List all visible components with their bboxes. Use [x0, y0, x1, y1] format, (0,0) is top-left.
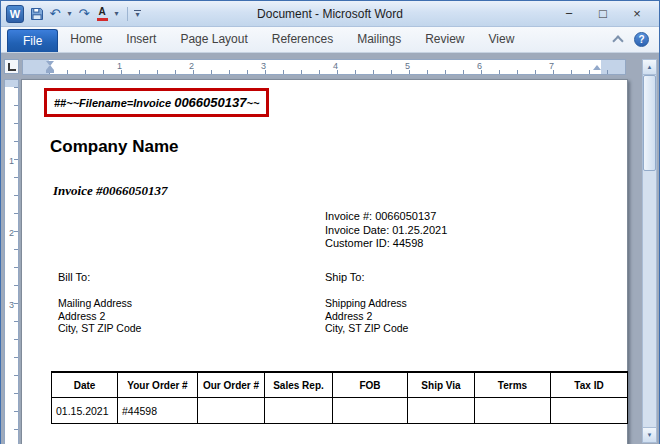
ship-to-address[interactable]: Shipping Address Address 2 City, ST ZIP … — [325, 297, 408, 335]
scrollbar-thumb[interactable] — [643, 75, 656, 171]
scroll-down-icon: ▼ — [647, 432, 653, 438]
cell-ship-via[interactable] — [408, 398, 475, 424]
left-indent-marker[interactable] — [46, 70, 54, 73]
tab-view[interactable]: View — [477, 27, 527, 52]
font-color-icon: A — [98, 7, 105, 17]
filename-number: 0066050137 — [174, 95, 246, 110]
save-icon — [30, 7, 44, 21]
ruler-number: 1 — [117, 61, 122, 71]
right-indent-marker[interactable] — [593, 65, 601, 70]
tab-stop-left-icon — [8, 63, 16, 71]
redo-icon: ↷ — [79, 6, 90, 21]
filename-suffix: ~~ — [246, 97, 259, 109]
ship-address-line: City, ST ZIP Code — [325, 322, 408, 335]
bill-to-label[interactable]: Bill To: — [58, 271, 90, 283]
undo-dropdown[interactable]: ▾ — [65, 5, 74, 23]
ruler-number: 3 — [9, 300, 14, 310]
ruler-number: 2 — [9, 228, 14, 238]
tab-page-layout[interactable]: Page Layout — [168, 27, 259, 52]
undo-icon: ↶ — [50, 6, 61, 21]
minimize-button[interactable]: − — [561, 5, 577, 23]
minimize-ribbon-icon[interactable] — [612, 35, 623, 46]
vertical-scrollbar[interactable]: ▲ ▼ — [642, 59, 657, 443]
col-header-terms[interactable]: Terms — [475, 372, 551, 398]
col-header-fob[interactable]: FOB — [333, 372, 408, 398]
col-header-sales-rep[interactable]: Sales Rep. — [265, 372, 333, 398]
tab-home[interactable]: Home — [58, 27, 114, 52]
tab-review[interactable]: Review — [413, 27, 476, 52]
ribbon-tab-row: File Home Insert Page Layout References … — [1, 27, 659, 53]
chevron-down-icon: ▾ — [67, 9, 71, 18]
invoice-table: Date Your Order # Our Order # Sales Rep.… — [51, 371, 628, 424]
vertical-ruler[interactable]: 1 2 3 — [4, 79, 19, 444]
cell-fob[interactable] — [333, 398, 408, 424]
window-controls: − □ × — [561, 5, 659, 23]
bill-address-line: Mailing Address — [58, 297, 141, 310]
company-name-heading[interactable]: Company Name — [50, 137, 178, 157]
ruler-number: 4 — [333, 61, 338, 71]
ship-address-line: Shipping Address — [325, 297, 408, 310]
bill-address-line: City, ST ZIP Code — [58, 322, 141, 335]
help-icon: ? — [638, 34, 644, 45]
ruler-number: 6 — [477, 61, 482, 71]
col-header-tax-id[interactable]: Tax ID — [551, 372, 628, 398]
ruler-number: 7 — [549, 61, 554, 71]
col-header-date[interactable]: Date — [52, 372, 118, 398]
tab-row-right: ? — [614, 32, 659, 52]
invoice-heading[interactable]: Invoice #0066050137 — [53, 183, 167, 199]
word-app-icon[interactable]: W — [6, 5, 24, 23]
help-button[interactable]: ? — [634, 32, 649, 47]
redo-button[interactable]: ↷ — [76, 5, 92, 23]
document-page[interactable]: ##~~Filename=Invoice 0066050137~~ Compan… — [21, 79, 628, 444]
quick-access-toolbar: W ↶ ▾ ↷ A ▾ ▾ — [1, 5, 141, 23]
filename-annotation[interactable]: ##~~Filename=Invoice 0066050137~~ — [44, 88, 269, 117]
cell-date[interactable]: 01.15.2021 — [52, 398, 118, 424]
font-color-dropdown[interactable]: ▾ — [112, 5, 121, 23]
scroll-up-icon: ▲ — [647, 64, 653, 70]
col-header-our-order[interactable]: Our Order # — [198, 372, 265, 398]
cell-your-order[interactable]: #44598 — [118, 398, 198, 424]
table-header-row: Date Your Order # Our Order # Sales Rep.… — [52, 372, 628, 398]
bill-to-address[interactable]: Mailing Address Address 2 City, ST ZIP C… — [58, 297, 141, 335]
scroll-up-button[interactable]: ▲ — [643, 60, 656, 75]
scroll-down-button[interactable]: ▼ — [643, 427, 656, 442]
bill-address-line: Address 2 — [58, 310, 141, 323]
chevron-down-icon: ▾ — [114, 9, 118, 18]
customize-qat-button[interactable]: ▾ — [134, 10, 141, 18]
word-app-letter: W — [10, 8, 20, 20]
cell-our-order[interactable] — [198, 398, 265, 424]
invoice-date-line: Invoice Date: 01.25.2021 — [325, 224, 447, 238]
ship-to-label[interactable]: Ship To: — [325, 271, 365, 283]
customer-id-line: Customer ID: 44598 — [325, 237, 447, 251]
cell-sales-rep[interactable] — [265, 398, 333, 424]
tab-references[interactable]: References — [260, 27, 345, 52]
titlebar: W ↶ ▾ ↷ A ▾ ▾ Document - Microsoft Word … — [1, 1, 659, 27]
ruler-number: 5 — [405, 61, 410, 71]
file-tab[interactable]: File — [7, 29, 58, 52]
close-button[interactable]: × — [629, 5, 645, 23]
chevron-down-icon: ▾ — [135, 12, 139, 18]
font-color-bar — [97, 18, 108, 21]
ruler-number: 1 — [9, 156, 14, 166]
cell-terms[interactable] — [475, 398, 551, 424]
ruler-number: 2 — [189, 61, 194, 71]
cell-tax-id[interactable] — [551, 398, 628, 424]
qat-separator — [127, 7, 128, 21]
font-color-button[interactable]: A — [94, 5, 110, 23]
undo-button[interactable]: ↶ — [47, 5, 63, 23]
invoice-info-block[interactable]: Invoice #: 0066050137 Invoice Date: 01.2… — [325, 210, 447, 251]
tab-stop-selector[interactable] — [4, 59, 19, 74]
ruler-ticks — [14, 87, 18, 444]
maximize-button[interactable]: □ — [595, 5, 611, 23]
filename-prefix: ##~~Filename=Invoice — [54, 97, 174, 109]
tab-mailings[interactable]: Mailings — [345, 27, 413, 52]
invoice-number-line: Invoice #: 0066050137 — [325, 210, 447, 224]
document-workspace: 1 2 3 4 5 6 7 1 2 3 ##~~Filename=Invoice… — [1, 53, 659, 444]
col-header-ship-via[interactable]: Ship Via — [408, 372, 475, 398]
word-window: W ↶ ▾ ↷ A ▾ ▾ Document - Microsoft Word … — [0, 0, 660, 444]
table-row: 01.15.2021 #44598 — [52, 398, 628, 424]
save-button[interactable] — [29, 5, 45, 23]
col-header-your-order[interactable]: Your Order # — [118, 372, 198, 398]
tab-insert[interactable]: Insert — [114, 27, 168, 52]
horizontal-ruler[interactable]: 1 2 3 4 5 6 7 — [22, 59, 626, 75]
